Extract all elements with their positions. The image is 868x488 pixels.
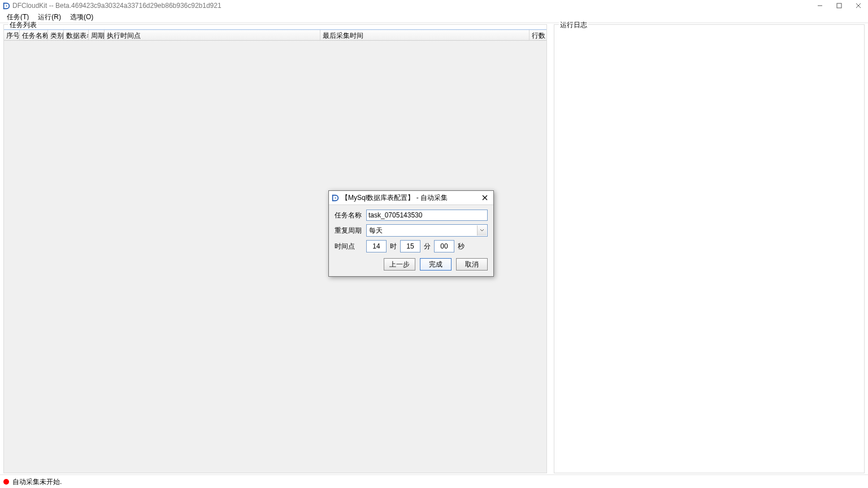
dialog-button-row: 上一步 完成 取消 bbox=[335, 258, 488, 271]
time-hour-input[interactable] bbox=[366, 240, 387, 252]
status-dot-icon bbox=[3, 479, 9, 485]
dialog-titlebar[interactable]: 【MySql数据库表配置】 - 自动采集 bbox=[329, 191, 493, 205]
log-body[interactable] bbox=[554, 29, 864, 473]
row-time: 时间点 时 分 秒 bbox=[335, 240, 488, 252]
app-logo-icon bbox=[2, 2, 10, 10]
dialog-logo-icon bbox=[331, 194, 339, 202]
menu-bar: 任务(T) 运行(R) 选项(O) bbox=[0, 11, 868, 23]
label-time: 时间点 bbox=[335, 242, 363, 251]
task-list-title: 任务列表 bbox=[8, 20, 38, 30]
status-bar: 自动采集未开始. bbox=[0, 474, 868, 488]
svg-rect-1 bbox=[837, 3, 841, 8]
col-seq[interactable]: 序号 bbox=[4, 30, 20, 40]
menu-run[interactable]: 运行(R) bbox=[33, 11, 66, 23]
close-button[interactable] bbox=[849, 0, 868, 11]
time-second-input[interactable] bbox=[434, 240, 454, 252]
status-text: 自动采集未开始. bbox=[12, 477, 62, 487]
sep-second: 秒 bbox=[458, 242, 465, 251]
svg-point-2 bbox=[335, 197, 336, 198]
col-type[interactable]: 类别 bbox=[48, 30, 64, 40]
prev-button[interactable]: 上一步 bbox=[384, 258, 415, 271]
col-lastcollect[interactable]: 最后采集时间 bbox=[320, 30, 530, 40]
sep-hour: 时 bbox=[390, 242, 397, 251]
sep-minute: 分 bbox=[424, 242, 431, 251]
task-name-input[interactable] bbox=[366, 210, 488, 221]
maximize-button[interactable] bbox=[830, 0, 849, 11]
col-name[interactable]: 任务名称 bbox=[20, 30, 48, 40]
row-task-name: 任务名称 bbox=[335, 210, 488, 221]
time-minute-input[interactable] bbox=[400, 240, 420, 252]
svg-point-0 bbox=[6, 5, 7, 6]
label-repeat: 重复周期 bbox=[335, 226, 363, 236]
col-table[interactable]: 数据表名 bbox=[64, 30, 89, 40]
window-title: DFCloudKit -- Beta.469423c9a30324a33716d… bbox=[12, 2, 222, 10]
minimize-button[interactable] bbox=[810, 0, 830, 11]
task-grid-header: 序号 任务名称 类别 数据表名 周期 执行时间点 最后采集时间 行数 bbox=[4, 30, 546, 41]
log-title: 运行日志 bbox=[559, 20, 588, 30]
config-dialog: 【MySql数据库表配置】 - 自动采集 任务名称 重复周期 每天 时间点 时 … bbox=[328, 190, 494, 277]
repeat-combo-value: 每天 bbox=[369, 226, 383, 236]
title-bar: DFCloudKit -- Beta.469423c9a30324a33716d… bbox=[0, 0, 868, 11]
label-task-name: 任务名称 bbox=[335, 211, 363, 220]
row-repeat: 重复周期 每天 bbox=[335, 224, 488, 237]
cancel-button[interactable]: 取消 bbox=[456, 258, 488, 271]
dialog-body: 任务名称 重复周期 每天 时间点 时 分 秒 上一步 完成 取消 bbox=[329, 205, 493, 276]
repeat-combo[interactable]: 每天 bbox=[366, 224, 488, 237]
finish-button[interactable]: 完成 bbox=[420, 258, 452, 271]
col-period[interactable]: 周期 bbox=[89, 30, 105, 40]
col-rowcount[interactable]: 行数 bbox=[530, 30, 546, 40]
chevron-down-icon bbox=[477, 225, 487, 236]
col-exectime[interactable]: 执行时间点 bbox=[105, 30, 320, 40]
window-controls bbox=[810, 0, 868, 11]
dialog-title: 【MySql数据库表配置】 - 自动采集 bbox=[341, 193, 448, 203]
dialog-close-button[interactable] bbox=[476, 191, 493, 204]
log-panel: 运行日志 bbox=[554, 24, 865, 473]
menu-options[interactable]: 选项(O) bbox=[66, 11, 98, 23]
